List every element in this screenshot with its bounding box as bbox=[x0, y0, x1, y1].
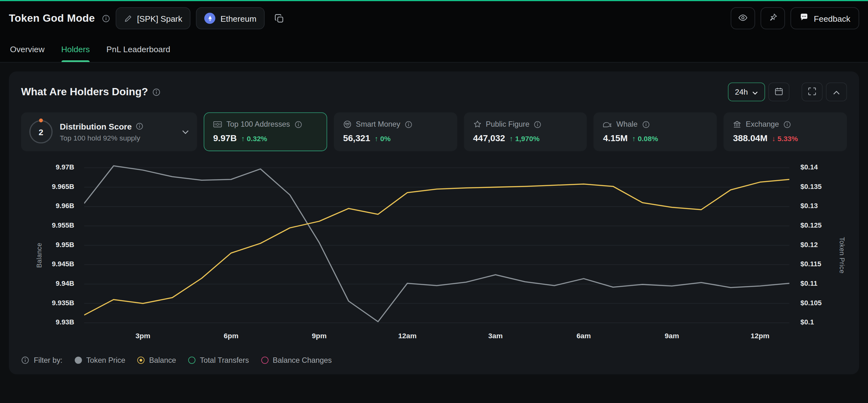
stat-value: 4.15M bbox=[603, 133, 628, 144]
tab-pnl-leaderboard-label: PnL Leaderboard bbox=[106, 44, 170, 54]
y-axis-tick-left: 9.935B bbox=[52, 299, 74, 307]
pencil-icon bbox=[124, 14, 132, 22]
legend-item-label: Balance Changes bbox=[273, 356, 332, 364]
panel-header: What Are Holders Doing? 24h bbox=[21, 82, 847, 101]
tab-holders[interactable]: Holders bbox=[61, 35, 90, 62]
x-axis-tick: 9pm bbox=[312, 332, 327, 340]
calendar-icon bbox=[774, 87, 783, 97]
y-axis-tick-left: 9.945B bbox=[52, 260, 74, 268]
holders-chart: Balance 9.93B9.935B9.94B9.945B9.95B9.955… bbox=[21, 162, 847, 348]
x-axis-tick: 3am bbox=[488, 332, 503, 340]
info-icon[interactable] bbox=[405, 120, 413, 128]
token-god-mode-app: Token God Mode [SPK] Spark Ethereum bbox=[0, 0, 868, 403]
tab-pnl-leaderboard[interactable]: PnL Leaderboard bbox=[106, 35, 170, 62]
y-axis-title-right: Token Price bbox=[838, 237, 846, 274]
feedback-label: Feedback bbox=[814, 13, 850, 23]
banknote-icon bbox=[213, 121, 222, 128]
legend-item-token-price[interactable]: Token Price bbox=[74, 356, 125, 364]
chat-bubble-icon bbox=[800, 13, 809, 24]
info-icon[interactable] bbox=[136, 122, 144, 130]
x-axis-tick: 6am bbox=[576, 332, 591, 340]
stat-title: Whale bbox=[616, 120, 637, 128]
y-axis-tick-right: $0.11 bbox=[800, 280, 817, 288]
pin-button[interactable] bbox=[761, 7, 785, 29]
stat-change: ↑ 0.32% bbox=[241, 134, 267, 143]
info-icon[interactable] bbox=[152, 88, 161, 96]
public-figure-icon bbox=[473, 120, 481, 128]
y-axis-tick-right: $0.14 bbox=[800, 163, 818, 171]
info-icon[interactable] bbox=[21, 356, 29, 364]
info-icon[interactable] bbox=[783, 120, 791, 128]
chain-chip-label: Ethereum bbox=[220, 13, 256, 23]
y-axis-tick-right: $0.1 bbox=[800, 318, 814, 326]
stat-title: Exchange bbox=[746, 120, 779, 128]
topbar: Token God Mode [SPK] Spark Ethereum bbox=[0, 0, 868, 35]
legend-item-total-transfers[interactable]: Total Transfers bbox=[188, 356, 249, 364]
stat-change: ↑ 0% bbox=[375, 134, 391, 143]
whale-icon bbox=[603, 121, 612, 128]
stat-change: ↑ 1,970% bbox=[509, 134, 539, 143]
legend-swatch bbox=[188, 356, 195, 364]
legend-item-balance-changes[interactable]: Balance Changes bbox=[261, 356, 332, 364]
token-chip-label: [SPK] Spark bbox=[137, 13, 182, 23]
fullscreen-button[interactable] bbox=[802, 82, 823, 101]
y-axis-tick-left: 9.93B bbox=[56, 318, 74, 326]
feedback-button[interactable]: Feedback bbox=[791, 7, 859, 29]
stat-title: Public Figure bbox=[486, 120, 530, 128]
stat-cards-row: 2 Distribution Score Top 100 hold 92% su… bbox=[21, 113, 847, 151]
stat-card-whale[interactable]: Whale 4.15M ↑ 0.08% bbox=[594, 113, 717, 151]
distribution-score-badge: 2 bbox=[29, 120, 53, 143]
timeframe-dropdown[interactable]: 24h bbox=[728, 82, 765, 101]
main-content: What Are Holders Doing? 24h bbox=[0, 63, 868, 383]
legend-item-label: Total Transfers bbox=[200, 356, 249, 364]
info-icon[interactable] bbox=[101, 14, 110, 22]
stat-title: Distribution Score bbox=[60, 122, 132, 131]
stat-value: 56,321 bbox=[343, 133, 370, 144]
tab-overview-label: Overview bbox=[10, 44, 44, 54]
chart-legend: Filter by: Token PriceBalanceTotal Trans… bbox=[21, 356, 847, 364]
y-axis-tick-left: 9.965B bbox=[52, 183, 74, 190]
alert-dot bbox=[39, 119, 43, 122]
stat-change: ↓ 5.33% bbox=[772, 134, 798, 143]
y-axis-tick-left: 9.94B bbox=[56, 280, 74, 288]
calendar-button[interactable] bbox=[768, 82, 789, 101]
chart-canvas[interactable] bbox=[84, 162, 789, 328]
stat-card-distribution-score[interactable]: 2 Distribution Score Top 100 hold 92% su… bbox=[21, 113, 197, 151]
token-selector-chip[interactable]: [SPK] Spark bbox=[115, 7, 190, 29]
stat-change: ↑ 0.08% bbox=[632, 134, 658, 143]
info-icon[interactable] bbox=[294, 120, 302, 128]
ethereum-icon bbox=[204, 13, 215, 24]
legend-items: Token PriceBalanceTotal TransfersBalance… bbox=[74, 356, 332, 364]
stat-card-top-100-addresses[interactable]: Top 100 Addresses 9.97B ↑ 0.32% bbox=[204, 113, 327, 151]
stat-card-public-figure[interactable]: Public Figure 447,032 ↑ 1,970% bbox=[464, 113, 587, 151]
x-axis-tick: 12pm bbox=[750, 332, 769, 340]
legend-item-balance[interactable]: Balance bbox=[137, 356, 176, 364]
legend-swatch bbox=[261, 356, 268, 364]
page-title: Token God Mode bbox=[9, 12, 95, 25]
holders-activity-panel: What Are Holders Doing? 24h bbox=[9, 71, 859, 374]
y-axis-tick-left: 9.955B bbox=[52, 222, 74, 229]
stat-card-exchange[interactable]: Exchange 388.04M ↓ 5.33% bbox=[724, 113, 847, 151]
legend-item-label: Balance bbox=[149, 356, 176, 364]
y-axis-tick-right: $0.135 bbox=[800, 183, 822, 190]
fullscreen-icon bbox=[808, 87, 816, 97]
tab-overview[interactable]: Overview bbox=[10, 35, 44, 62]
stat-card-smart-money[interactable]: Smart Money 56,321 ↑ 0% bbox=[334, 113, 457, 151]
stat-value: 9.97B bbox=[213, 133, 237, 144]
y-axis-tick-right: $0.12 bbox=[800, 241, 818, 249]
y-axis-tick-left: 9.97B bbox=[56, 163, 74, 171]
y-axis-left-ticks: 9.93B9.935B9.94B9.945B9.95B9.955B9.96B9.… bbox=[21, 162, 74, 328]
info-icon[interactable] bbox=[534, 120, 542, 128]
collapse-button[interactable] bbox=[826, 82, 847, 101]
chain-selector-chip[interactable]: Ethereum bbox=[196, 7, 265, 29]
legend-swatch bbox=[74, 356, 82, 364]
watch-button[interactable] bbox=[731, 7, 755, 29]
x-axis-tick: 6pm bbox=[224, 332, 239, 340]
chevron-down-icon[interactable] bbox=[182, 130, 189, 133]
copy-address-button[interactable] bbox=[270, 7, 288, 29]
tab-holders-label: Holders bbox=[61, 44, 90, 54]
stat-title: Top 100 Addresses bbox=[226, 120, 290, 128]
chart-plot-area[interactable] bbox=[84, 162, 789, 328]
stat-value: 447,032 bbox=[473, 133, 505, 144]
info-icon[interactable] bbox=[642, 120, 650, 128]
